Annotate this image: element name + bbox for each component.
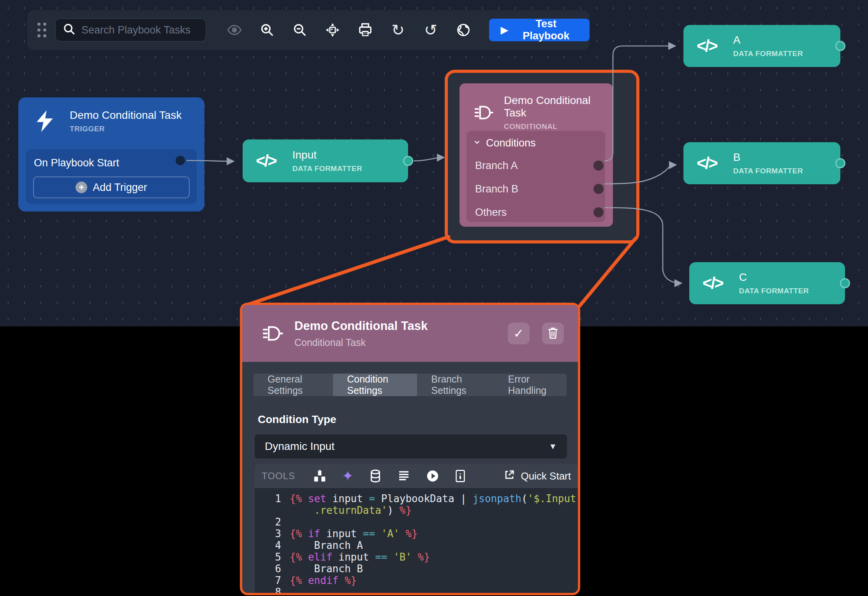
branch-label: Branch A: [475, 160, 518, 172]
preview-eye-icon[interactable]: [218, 16, 251, 44]
node-title: Input: [292, 149, 362, 161]
tab-branch-settings[interactable]: Branch Settings: [417, 374, 494, 396]
branch-label: Others: [475, 206, 507, 219]
external-link-icon: [504, 469, 515, 483]
playbook-designer: ↻ ↺ ▶ Test Playbook: [0, 0, 868, 596]
steps-blocks-icon[interactable]: [313, 469, 326, 483]
print-icon[interactable]: [349, 16, 382, 44]
node-conditional[interactable]: Demo Conditional Task CONDITIONAL Condit…: [460, 83, 613, 227]
task-detail-panel: Demo Conditional Task Conditional Task ✓: [240, 303, 580, 595]
code-line[interactable]: 7{% endif %}: [255, 575, 578, 586]
code-line[interactable]: 8: [255, 586, 578, 593]
align-lines-icon[interactable]: [397, 470, 410, 482]
play-icon: ▶: [501, 25, 508, 35]
node-type-label: TRIGGER: [70, 125, 181, 133]
node-type-label: DATA FORMATTER: [292, 164, 362, 173]
output-port[interactable]: [835, 158, 845, 168]
tab-condition-settings[interactable]: Condition Settings: [333, 374, 417, 396]
node-input[interactable]: </> Input DATA FORMATTER: [243, 139, 408, 182]
search-icon: [63, 23, 76, 37]
chevron-down-icon: [473, 137, 481, 149]
code-icon: </>: [697, 154, 717, 173]
code-icon: </>: [256, 152, 276, 170]
plus-icon: +: [76, 182, 87, 193]
others-port[interactable]: [593, 207, 604, 217]
redo-icon[interactable]: ↻: [382, 16, 414, 44]
panel-title: Demo Conditional Task: [294, 319, 428, 333]
node-title: A: [733, 34, 803, 46]
check-icon: ✓: [514, 326, 524, 341]
branch-row[interactable]: Branch B: [467, 177, 605, 201]
conditions-list: Conditions Branch A Branch B Others: [467, 131, 605, 222]
tab-general-settings[interactable]: General Settings: [254, 374, 333, 396]
code-line[interactable]: 5{% elif input == 'B' %}: [255, 551, 578, 563]
selected-value: Dynamic Input: [265, 440, 335, 453]
trigger-step[interactable]: On Playbook Start + Add Trigger: [26, 149, 197, 204]
settings-tabs: General Settings Condition Settings Bran…: [254, 374, 567, 396]
tab-error-handling[interactable]: Error Handling: [494, 374, 567, 396]
node-a[interactable]: </> A DATA FORMATTER: [683, 25, 840, 67]
code-line[interactable]: 3{% if input == 'A' %}: [255, 528, 578, 540]
branch-b-port[interactable]: [593, 184, 604, 194]
node-title: C: [739, 271, 809, 284]
node-type-label: CONDITIONAL: [504, 122, 605, 131]
node-b[interactable]: </> B DATA FORMATTER: [683, 142, 840, 184]
selected-node-highlight: Demo Conditional Task CONDITIONAL Condit…: [445, 70, 639, 243]
search-input[interactable]: [81, 24, 199, 36]
undo-icon[interactable]: ↺: [414, 16, 447, 44]
node-type-label: DATA FORMATTER: [739, 287, 809, 295]
panel-subtitle: Conditional Task: [294, 337, 428, 348]
output-port[interactable]: [403, 156, 413, 166]
ai-sparkle-icon[interactable]: ✦: [342, 469, 354, 483]
tools-label: TOOLS: [262, 471, 295, 481]
expression-editor: TOOLS ✦: [255, 464, 578, 593]
output-port[interactable]: [840, 278, 850, 288]
branch-row[interactable]: Branch A: [467, 154, 605, 177]
condition-type-select[interactable]: Dynamic Input ▼: [255, 434, 567, 458]
node-type-label: DATA FORMATTER: [733, 167, 803, 175]
node-title: Demo Conditional Task: [504, 94, 605, 119]
code-lines: 1{% set input = PlaybookData | jsonpath(…: [255, 488, 578, 593]
trigger-output-port[interactable]: [176, 156, 185, 165]
trash-icon: [547, 326, 559, 341]
quick-start-link[interactable]: Quick Start: [504, 469, 571, 483]
node-trigger[interactable]: Demo Conditional Task TRIGGER On Playboo…: [18, 97, 204, 212]
code-line[interactable]: 2: [255, 516, 578, 528]
code-icon: </>: [697, 37, 717, 55]
conditional-gate-icon: [474, 102, 494, 123]
run-play-icon[interactable]: [426, 469, 439, 483]
branch-row[interactable]: Others: [467, 201, 605, 224]
database-icon[interactable]: [369, 469, 382, 483]
node-c[interactable]: </> C DATA FORMATTER: [689, 262, 845, 304]
workflow-canvas[interactable]: ↻ ↺ ▶ Test Playbook: [0, 0, 868, 326]
zoom-in-icon[interactable]: [251, 16, 283, 44]
condition-type-label: Condition Type: [258, 413, 578, 426]
delete-button[interactable]: [542, 323, 564, 344]
confirm-button[interactable]: ✓: [508, 323, 530, 344]
fit-view-icon[interactable]: [316, 16, 349, 44]
search-box[interactable]: [55, 18, 206, 42]
branch-label: Branch B: [475, 183, 518, 195]
add-trigger-button[interactable]: + Add Trigger: [33, 176, 190, 198]
panel-header: Demo Conditional Task Conditional Task ✓: [242, 305, 578, 362]
trigger-step-label: On Playbook Start: [26, 149, 197, 169]
doc-info-icon[interactable]: [455, 469, 466, 483]
drag-grip-icon[interactable]: [37, 23, 46, 37]
output-port[interactable]: [835, 41, 845, 51]
test-playbook-button[interactable]: ▶ Test Playbook: [489, 19, 590, 41]
node-title: Demo Conditional Task: [70, 109, 181, 122]
dropdown-caret-icon: ▼: [549, 442, 557, 451]
code-line[interactable]: 6 Branch B: [255, 563, 578, 575]
zoom-out-icon[interactable]: [283, 16, 316, 44]
globe-icon[interactable]: [447, 16, 480, 44]
branch-a-port[interactable]: [593, 160, 604, 171]
code-line[interactable]: .returnData') %}: [255, 504, 578, 516]
node-type-label: DATA FORMATTER: [733, 49, 803, 58]
code-line[interactable]: 1{% set input = PlaybookData | jsonpath(…: [255, 493, 578, 504]
node-title: B: [733, 151, 803, 164]
conditional-gate-icon: [262, 323, 283, 344]
editor-toolbar: TOOLS ✦: [255, 464, 578, 488]
canvas-toolbar: ↻ ↺ ▶ Test Playbook: [27, 10, 590, 50]
code-line[interactable]: 4 Branch A: [255, 540, 578, 551]
conditions-header[interactable]: Conditions: [467, 131, 605, 149]
